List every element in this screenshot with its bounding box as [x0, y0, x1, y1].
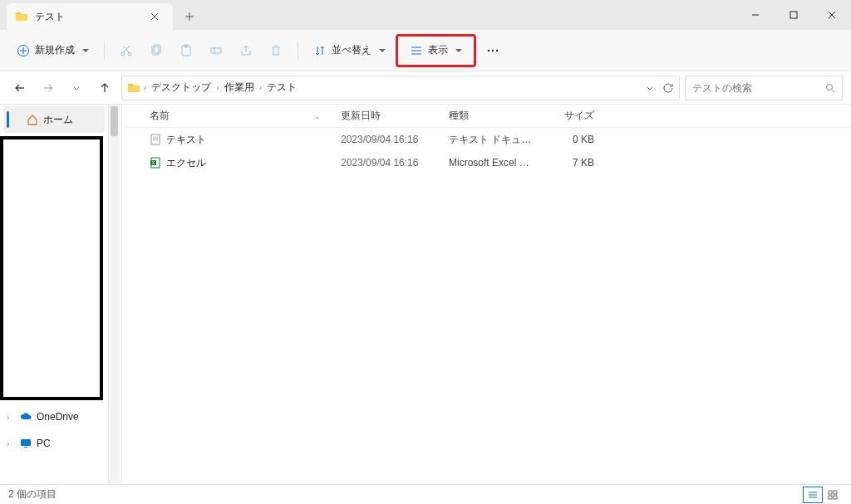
file-row[interactable]: テキスト 2023/09/04 16:16 テキスト ドキュメント 0 KB [125, 128, 851, 151]
sidebar-item-onedrive[interactable]: › OneDrive [0, 404, 108, 430]
svg-rect-14 [24, 447, 27, 448]
chevron-right-icon[interactable]: › [216, 83, 219, 92]
details-view-button[interactable] [803, 487, 823, 503]
toolbar: 新規作成 並べ替え 表示 [0, 30, 851, 71]
file-date: 2023/09/04 16:16 [341, 134, 449, 145]
file-type: Microsoft Excel ワ... [449, 156, 536, 170]
minimize-button[interactable] [736, 0, 775, 30]
folder-icon [15, 10, 28, 23]
sidebar-label: ホーム [43, 113, 73, 127]
new-tab-button[interactable] [173, 3, 206, 30]
search-box[interactable] [685, 76, 843, 100]
view-menu-label: 表示 [428, 43, 448, 57]
new-menu-label: 新規作成 [35, 43, 75, 57]
svg-rect-19 [829, 491, 832, 494]
up-button[interactable] [93, 76, 116, 100]
column-name[interactable]: 名前 ⌄ [150, 109, 341, 123]
cut-button[interactable] [113, 37, 140, 65]
tab-title: テスト [35, 10, 145, 24]
column-headers: 名前 ⌄ 更新日時 種類 サイズ [125, 105, 851, 128]
column-size[interactable]: サイズ [536, 109, 594, 123]
thumbnails-view-button[interactable] [823, 487, 843, 503]
status-bar: 2 個の項目 [0, 484, 851, 504]
chevron-down-icon[interactable] [646, 84, 654, 92]
recent-dropdown[interactable] [65, 76, 88, 100]
sidebar: ホーム › OneDrive › PC [0, 105, 108, 484]
svg-rect-13 [21, 439, 31, 446]
close-window-button[interactable] [813, 0, 851, 30]
chevron-right-icon[interactable]: › [7, 439, 9, 448]
cloud-icon [20, 411, 32, 423]
chevron-down-icon: ⌄ [314, 112, 321, 120]
svg-point-2 [121, 52, 125, 56]
svg-point-10 [492, 49, 494, 51]
chevron-down-icon [455, 49, 462, 52]
splitter[interactable] [120, 105, 125, 484]
tab-current[interactable]: テスト [7, 3, 173, 30]
file-type: テキスト ドキュメント [449, 133, 536, 147]
svg-rect-20 [834, 491, 837, 494]
pc-icon [20, 438, 32, 449]
address-bar[interactable]: › デスクトップ › 作業用 › テスト [121, 76, 680, 100]
text-file-icon [150, 134, 166, 145]
back-button[interactable] [8, 76, 32, 100]
file-name: エクセル [166, 156, 341, 170]
svg-point-11 [496, 49, 498, 51]
sidebar-label: OneDrive [37, 411, 79, 423]
chevron-down-icon [379, 49, 386, 52]
sidebar-item-pc[interactable]: › PC [0, 430, 108, 457]
delete-button[interactable] [263, 37, 289, 65]
sort-menu-button[interactable]: 並べ替え [307, 37, 392, 65]
svg-rect-21 [829, 496, 832, 499]
redacted-region [0, 136, 103, 400]
chevron-right-icon[interactable]: › [7, 413, 9, 422]
svg-rect-22 [834, 496, 837, 499]
forward-button[interactable] [37, 76, 60, 100]
refresh-button[interactable] [662, 82, 674, 94]
svg-point-9 [488, 49, 489, 51]
chevron-right-icon[interactable]: › [144, 83, 146, 92]
titlebar: テスト [0, 0, 851, 30]
navigation-row: › デスクトップ › 作業用 › テスト [0, 71, 851, 105]
maximize-button[interactable] [775, 0, 813, 30]
svg-rect-0 [790, 12, 797, 18]
breadcrumb-item[interactable]: デスクトップ [150, 79, 213, 96]
excel-file-icon: X [150, 157, 166, 169]
new-menu-button[interactable]: 新規作成 [10, 37, 96, 65]
window-controls [736, 0, 851, 30]
view-menu-button[interactable]: 表示 [396, 34, 476, 67]
svg-point-3 [128, 52, 131, 56]
file-row[interactable]: X エクセル 2023/09/04 16:16 Microsoft Excel … [125, 151, 851, 174]
file-size: 0 KB [536, 134, 594, 145]
search-icon [825, 83, 835, 93]
tab-close-button[interactable] [145, 7, 165, 27]
column-type[interactable]: 種類 [449, 109, 536, 123]
file-list: 名前 ⌄ 更新日時 種類 サイズ テキスト 2023/09/04 16:16 テ… [125, 105, 851, 484]
file-date: 2023/09/04 16:16 [341, 157, 449, 169]
sidebar-scrollbar[interactable] [108, 105, 120, 484]
status-item-count: 2 個の項目 [8, 487, 57, 502]
chevron-right-icon[interactable]: › [259, 83, 262, 92]
folder-icon [127, 81, 140, 95]
sidebar-label: PC [37, 438, 51, 449]
svg-rect-8 [211, 48, 221, 53]
chevron-down-icon [82, 49, 89, 52]
rename-button[interactable] [203, 37, 229, 65]
file-name: テキスト [166, 133, 341, 147]
breadcrumb-item[interactable]: テスト [265, 79, 298, 96]
svg-point-12 [827, 84, 833, 90]
home-icon [27, 114, 38, 125]
share-button[interactable] [233, 37, 259, 65]
copy-button[interactable] [143, 37, 170, 65]
more-menu-button[interactable] [480, 37, 506, 65]
breadcrumb-item[interactable]: 作業用 [223, 79, 256, 96]
file-size: 7 KB [536, 157, 594, 169]
svg-rect-15 [151, 135, 160, 144]
sort-menu-label: 並べ替え [332, 43, 371, 57]
paste-button[interactable] [173, 37, 199, 65]
sidebar-item-home[interactable]: ホーム [3, 106, 105, 133]
column-date[interactable]: 更新日時 [341, 109, 449, 123]
main-area: ホーム › OneDrive › PC 名前 ⌄ 更新日時 種類 サイズ [0, 105, 851, 484]
search-input[interactable] [692, 82, 825, 94]
